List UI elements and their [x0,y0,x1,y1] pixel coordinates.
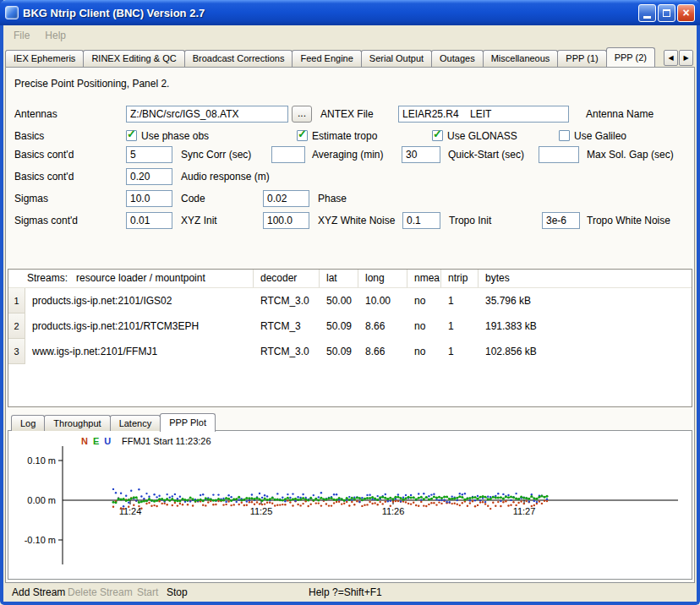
estimate-tropo-checkbox[interactable]: ✓ [297,130,308,141]
plot-annotation: FFMJ1 Start 11:23:26 [122,436,211,446]
cell-nmea: no [407,313,441,339]
tab-feed-engine[interactable]: Feed Engine [292,50,361,67]
tab-log[interactable]: Log [11,415,45,431]
tab-throughput[interactable]: Throughput [44,415,110,431]
cell-long: 10.00 [358,288,407,313]
start-button[interactable]: Start [137,583,158,602]
table-row[interactable]: 1 products.igs-ip.net:2101/IGS02 RTCM_3.… [8,288,692,313]
header-nmea: nmea [407,270,441,287]
stop-button[interactable]: Stop [167,583,188,602]
antex-path-input[interactable] [126,106,288,123]
use-galileo-label: Use Galileo [574,128,626,144]
cell-ntrip: 1 [441,339,479,364]
cell-lat: 50.09 [320,313,358,339]
ppp-panel-page: Precise Point Positioning, Panel 2. Ante… [5,67,695,583]
tab-broadcast-corrections[interactable]: Broadcast Corrections [184,50,293,67]
tab-bar: IEX Ephemeris RINEX Editing & QC Broadca… [5,46,695,67]
streams-table: Streams: resource loader / mountpoint de… [8,269,692,407]
cell-decoder: RTCM_3.0 [254,339,320,364]
max-sol-gap-label: Max Sol. Gap (sec) [587,146,674,163]
xyz-init-input[interactable] [126,212,172,229]
cell-decoder: RTCM_3 [254,313,320,339]
menu-help[interactable]: Help [43,28,68,43]
quick-start-input[interactable] [402,146,440,163]
xyz-init-label: XYZ Init [181,212,217,229]
close-button[interactable]: × [677,4,695,22]
menubar: File Help [3,25,697,46]
header-ntrip: ntrip [441,270,479,287]
x-tick-label: 11:25 [250,506,273,516]
plot-legend: N E U [81,436,111,446]
x-tick-label: 11:26 [382,506,405,516]
legend-north: N [81,436,88,446]
app-icon [5,6,19,19]
tab-outages[interactable]: Outages [431,50,484,67]
row-number: 1 [8,288,25,313]
sigma-code-label: Code [181,190,205,207]
window-body: File Help IEX Ephemeris RINEX Editing & … [3,25,697,602]
xyz-white-noise-input[interactable] [263,212,309,229]
check-icon: ✓ [433,128,442,140]
tab-ppp-plot[interactable]: PPP Plot [160,413,216,432]
sigmas-contd-label: Sigmas cont'd [14,212,78,229]
check-icon: ✓ [298,128,307,140]
audio-response-input[interactable] [126,168,172,185]
browse-button[interactable]: ... [292,106,312,123]
tropo-white-noise-input[interactable] [542,212,580,229]
antenna-name-label: Antenna Name [586,106,654,123]
cell-ntrip: 1 [441,288,479,313]
header-bytes: bytes [479,270,692,287]
table-row[interactable]: 2 products.igs-ip.net:2101/RTCM3EPH RTCM… [8,313,692,339]
xyz-white-noise-label: XYZ White Noise [318,212,395,229]
sigma-phase-label: Phase [318,190,347,207]
cell-long: 8.66 [358,339,407,364]
basics-contd2-label: Basics cont'd [14,168,74,185]
titlebar: BKG Ntrip Client (BNC) Version 2.7 × [0,0,700,25]
sync-corr-label: Sync Corr (sec) [181,146,251,163]
maximize-button[interactable] [658,4,675,22]
y-tick-label: 0.10 m [27,455,56,466]
tab-ppp-1[interactable]: PPP (1) [557,50,606,67]
use-phase-obs-checkbox[interactable]: ✓ [126,130,137,141]
delete-stream-button[interactable]: Delete Stream [68,583,133,602]
y-tick-label: 0.00 m [27,495,56,505]
ppp-plot-panel: 0.10 m 0.00 m -0.10 m 11:24 11:25 11:26 … [8,430,692,580]
add-stream-button[interactable]: Add Stream [12,583,65,602]
antenna-name-input[interactable] [398,106,569,123]
max-sol-gap-input[interactable] [539,146,579,163]
minimize-button[interactable] [638,4,656,22]
cell-mountpoint: products.igs-ip.net:2101/IGS02 [25,288,254,313]
use-galileo-checkbox[interactable]: ✓ [559,130,570,141]
cell-lat: 50.00 [320,288,358,313]
tab-serial-output[interactable]: Serial Output [361,50,432,67]
tab-ppp-2[interactable]: PPP (2) [606,47,655,67]
tab-latency[interactable]: Latency [110,415,161,431]
antex-file-label: ANTEX File [320,106,374,123]
sigma-code-input[interactable] [126,190,172,207]
cell-long: 8.66 [358,313,407,339]
check-icon: ✓ [127,128,136,140]
help-hint: Help ?=Shift+F1 [309,583,382,602]
cell-bytes: 191.383 kB [479,313,692,339]
minimize-icon [643,16,651,19]
averaging-label: Averaging (min) [312,146,383,163]
tab-iex-ephemeris[interactable]: IEX Ephemeris [5,50,84,67]
y-tick-label: -0.10 m [25,535,56,545]
sigmas-label: Sigmas [14,190,48,207]
cell-mountpoint: www.igs-ip.net:2101/FFMJ1 [25,339,254,364]
legend-east: E [93,436,99,446]
tab-scroll-right-button[interactable]: ▶ [679,50,693,66]
averaging-input[interactable] [271,146,305,163]
tropo-init-input[interactable] [402,212,440,229]
tab-scroll-left-button[interactable]: ◀ [664,50,678,66]
sync-corr-input[interactable] [126,146,172,163]
sigma-phase-input[interactable] [263,190,309,207]
use-glonass-checkbox[interactable]: ✓ [432,130,443,141]
menu-file[interactable]: File [12,28,31,43]
use-phase-obs-label: Use phase obs [141,128,209,144]
tab-miscellaneous[interactable]: Miscellaneous [483,50,559,67]
tab-rinex-editing-qc[interactable]: RINEX Editing & QC [83,50,184,67]
tropo-white-noise-label: Tropo White Noise [587,212,670,229]
table-row[interactable]: 3 www.igs-ip.net:2101/FFMJ1 RTCM_3.0 50.… [8,339,692,364]
table-header: Streams: resource loader / mountpoint de… [8,270,692,288]
